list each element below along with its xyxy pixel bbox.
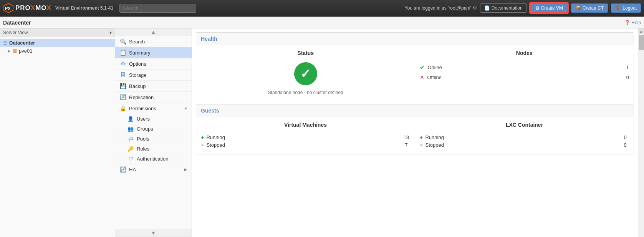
vm-running-icon: ● [201, 134, 204, 140]
create-vm-button[interactable]: 🖥 Create VM [530, 3, 568, 13]
status-column: Status ✓ Standalone node - no cluster de… [196, 45, 415, 100]
nav-summary-label: Summary [129, 50, 151, 56]
nav-item-permissions[interactable]: 🔒 Permissions ▾ [115, 103, 192, 114]
node-label: pve01 [19, 48, 32, 54]
backup-nav-icon: 💾 [120, 83, 126, 89]
sidebar: Server View ▾ ☰ Datacenter ▶ 🖥 pve01 [0, 28, 115, 237]
users-nav-icon: 👤 [127, 116, 134, 122]
svg-text:PX: PX [5, 6, 11, 11]
create-ct-button[interactable]: 📦 Create CT [571, 3, 608, 13]
nav-scroll-up[interactable]: ▲ [115, 28, 192, 36]
nav-users-label: Users [137, 116, 150, 122]
doc-icon: 📄 [484, 5, 490, 11]
toolbar: Datacenter ❓ Help [0, 17, 644, 28]
page-title: Datacenter [3, 20, 31, 26]
lxc-running-icon: ● [420, 134, 423, 140]
logo-text: PROXMOX [15, 4, 51, 12]
nav-pools-label: Pools [137, 136, 149, 142]
guests-section-title: Guests [196, 104, 634, 117]
nav-item-summary[interactable]: 📋 Summary [115, 47, 192, 58]
nav-item-replication[interactable]: 🔄 Replication [115, 92, 192, 103]
logo-version: Virtual Environment 5.1-41 [55, 5, 113, 11]
vm-stopped-count: 7 [402, 142, 410, 148]
logo: PX PROXMOX Virtual Environment 5.1-41 [3, 3, 113, 13]
nav-item-groups[interactable]: 👥 Groups [115, 124, 192, 134]
replication-nav-icon: 🔄 [120, 94, 126, 100]
sidebar-item-pve01[interactable]: ▶ 🖥 pve01 [0, 47, 115, 55]
nav-search-label: Search [129, 39, 145, 45]
nodes-column: Nodes ✔ Online 1 ✕ Offline 0 [415, 45, 634, 100]
nav-item-options[interactable]: ⚙ Options [115, 58, 192, 70]
offline-icon: ✕ [420, 74, 424, 80]
nav-item-pools[interactable]: 🏷 Pools [115, 134, 192, 144]
node-icon: 🖥 [12, 48, 17, 54]
logout-button[interactable]: 🚪 Logout [611, 3, 641, 13]
authentication-nav-icon: 🛡 [127, 156, 134, 162]
nav-ha-label: HA [129, 167, 136, 172]
nav-item-roles[interactable]: 🔑 Roles [115, 144, 192, 154]
datacenter-label: Datacenter [9, 40, 35, 46]
check-mark-icon: ✓ [300, 66, 311, 81]
user-text: You are logged in as 'root@pam' [405, 5, 471, 11]
arrow-icon: ▶ [8, 49, 11, 53]
content-wrapper: Health Status ✓ Standalone node - no clu… [192, 28, 644, 237]
lxc-column: LXC Container ● Running 0 ● Stopped 0 [415, 117, 634, 154]
scroll-up-arrow[interactable]: ▲ [638, 28, 644, 34]
lxc-running-count: 0 [621, 134, 629, 140]
guests-grid: Virtual Machines ● Running 18 ● Stopped … [196, 117, 634, 154]
create-vm-icon: 🖥 [535, 5, 540, 11]
nav-authentication-label: Authentication [137, 156, 168, 162]
nav-panel: ▲ 🔍 Search 📋 Summary ⚙ Options 🗄 Storage… [115, 28, 192, 237]
nav-roles-label: Roles [137, 146, 149, 152]
gear-icon[interactable]: ⚙ [473, 5, 477, 11]
sidebar-view-label: Server View [3, 30, 28, 35]
content-scrollbar: ▲ [638, 28, 644, 237]
lxc-stopped-count: 0 [621, 142, 629, 148]
search-nav-icon: 🔍 [120, 38, 126, 45]
status-col-title: Status [297, 50, 314, 56]
health-grid: Status ✓ Standalone node - no cluster de… [196, 45, 634, 100]
options-nav-icon: ⚙ [120, 61, 126, 67]
nav-item-ha[interactable]: 🔃 HA ▶ [115, 164, 192, 175]
nav-replication-label: Replication [129, 94, 154, 100]
vm-column: Virtual Machines ● Running 18 ● Stopped … [196, 117, 415, 154]
online-label: Online [428, 65, 442, 70]
documentation-button[interactable]: 📄 Documentation [480, 3, 527, 13]
ha-submenu-arrow: ▶ [184, 167, 187, 172]
vm-running-label: Running [206, 134, 225, 140]
lxc-running-label: Running [425, 134, 444, 140]
nav-item-users[interactable]: 👤 Users [115, 114, 192, 124]
search-input[interactable] [119, 4, 196, 13]
online-icon: ✔ [420, 64, 425, 71]
online-count: 1 [621, 65, 629, 70]
storage-nav-icon: 🗄 [120, 72, 126, 78]
sidebar-dropdown-icon[interactable]: ▾ [109, 30, 112, 35]
sidebar-header: Server View ▾ [0, 28, 115, 37]
nav-item-search[interactable]: 🔍 Search [115, 36, 192, 47]
health-section-title: Health [196, 33, 634, 45]
lxc-col-title: LXC Container [420, 122, 629, 128]
nav-scroll-down[interactable]: ▼ [115, 229, 192, 237]
lxc-stopped-icon: ● [420, 142, 423, 148]
standalone-text: Standalone node - no cluster defined [268, 90, 343, 95]
permissions-submenu-arrow: ▾ [185, 106, 187, 111]
nav-item-storage[interactable]: 🗄 Storage [115, 70, 192, 81]
sidebar-item-datacenter[interactable]: ☰ Datacenter [0, 39, 115, 47]
header: PX PROXMOX Virtual Environment 5.1-41 Yo… [0, 0, 644, 17]
vm-stopped-row: ● Stopped 7 [201, 142, 410, 148]
nav-item-authentication[interactable]: 🛡 Authentication [115, 154, 192, 164]
nav-backup-label: Backup [129, 83, 146, 89]
nav-item-backup[interactable]: 💾 Backup [115, 81, 192, 92]
vm-col-title: Virtual Machines [201, 122, 410, 128]
create-ct-icon: 📦 [575, 5, 581, 11]
proxmox-logo-icon: PX [3, 3, 14, 13]
pools-nav-icon: 🏷 [127, 136, 134, 142]
vm-running-count: 18 [402, 134, 410, 140]
main-layout: Server View ▾ ☰ Datacenter ▶ 🖥 pve01 ▲ 🔍… [0, 28, 644, 237]
guests-section: Guests Virtual Machines ● Running 18 ● S… [196, 104, 634, 154]
offline-row: ✕ Offline 0 [420, 74, 629, 80]
nav-options-label: Options [129, 61, 146, 67]
help-button[interactable]: ❓ Help [624, 20, 641, 25]
scroll-thumb[interactable] [639, 35, 644, 50]
logo-icon: PX [3, 3, 14, 13]
